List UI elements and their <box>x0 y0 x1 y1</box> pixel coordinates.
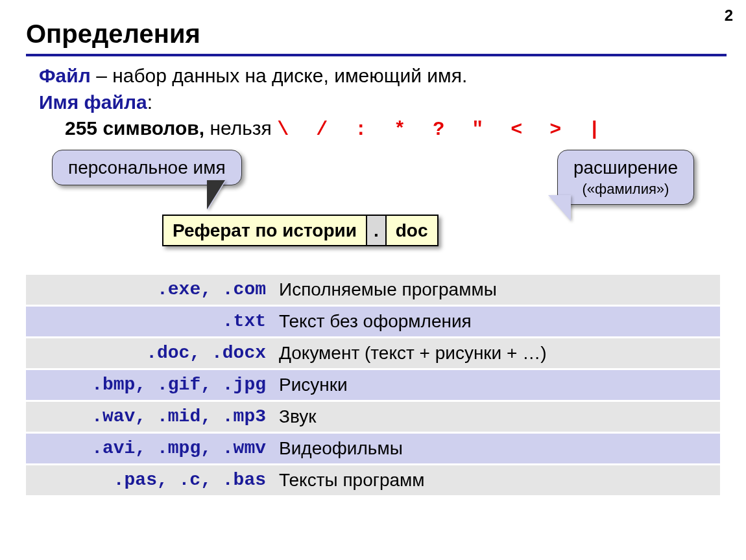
slide-title: Определения <box>0 0 746 54</box>
extension-cell: .exe, .com <box>26 274 272 305</box>
filename-box: Реферат по истории . doc <box>162 215 439 247</box>
content-block: Файл – набор данных на диске, имеющий им… <box>0 56 746 260</box>
table-row: .doc, .docxДокумент (текст + рисунки + …… <box>26 337 720 369</box>
callout-right-sub: («фамилия») <box>573 180 678 199</box>
forbidden-chars: \ / : * ? " < > | <box>277 119 608 141</box>
description-cell: Текст без оформления <box>272 305 720 337</box>
callouts-area: персональное имя расширение («фамилия») … <box>39 150 720 260</box>
description-cell: Документ (текст + рисунки + …) <box>272 337 720 369</box>
filename-limit-line: 255 символов, нельзя \ / : * ? " < > | <box>39 115 720 143</box>
table-row: .pas, .c, .basТексты программ <box>26 464 720 495</box>
table-row: .exe, .comИсполняемые программы <box>26 274 720 305</box>
callout-tail-left <box>208 181 226 210</box>
table-row: .txtТекст без оформления <box>26 305 720 337</box>
extensions-table: .exe, .comИсполняемые программы.txtТекст… <box>26 273 720 495</box>
table-row: .wav, .mid, .mp3Звук <box>26 401 720 432</box>
table-row: .bmp, .gif, .jpgРисунки <box>26 369 720 401</box>
term-filename: Имя файла <box>39 91 147 113</box>
filename-ext: doc <box>387 216 437 246</box>
extension-cell: .wav, .mid, .mp3 <box>26 401 272 432</box>
extension-cell: .avi, .mpg, .wmv <box>26 432 272 464</box>
extension-cell: .bmp, .gif, .jpg <box>26 369 272 401</box>
definition-line-2: Имя файла: <box>39 89 720 116</box>
limit-rest: нельзя <box>204 117 277 139</box>
extension-cell: .txt <box>26 305 272 337</box>
term-file: Файл <box>39 65 91 86</box>
extension-cell: .pas, .c, .bas <box>26 464 272 495</box>
callout-tail-right <box>548 195 571 221</box>
extension-cell: .doc, .docx <box>26 337 272 369</box>
page-number: 2 <box>725 6 733 25</box>
filename-dot: . <box>367 216 387 246</box>
callout-left-text: персональное имя <box>68 158 226 178</box>
description-cell: Рисунки <box>272 369 720 401</box>
limit-bold: 255 символов, <box>65 117 204 139</box>
definition-line-1: Файл – набор данных на диске, имеющий им… <box>39 63 720 89</box>
description-cell: Звук <box>272 401 720 432</box>
callout-extension: расширение («фамилия») <box>557 150 694 205</box>
filename-name: Реферат по истории <box>163 216 367 246</box>
colon: : <box>147 91 152 113</box>
definition-text-1: – набор данных на диске, имеющий имя. <box>91 65 467 86</box>
description-cell: Исполняемые программы <box>272 274 720 305</box>
table-row: .avi, .mpg, .wmvВидеофильмы <box>26 432 720 464</box>
callout-right-text: расширение <box>573 158 678 178</box>
description-cell: Тексты программ <box>272 464 720 495</box>
description-cell: Видеофильмы <box>272 432 720 464</box>
